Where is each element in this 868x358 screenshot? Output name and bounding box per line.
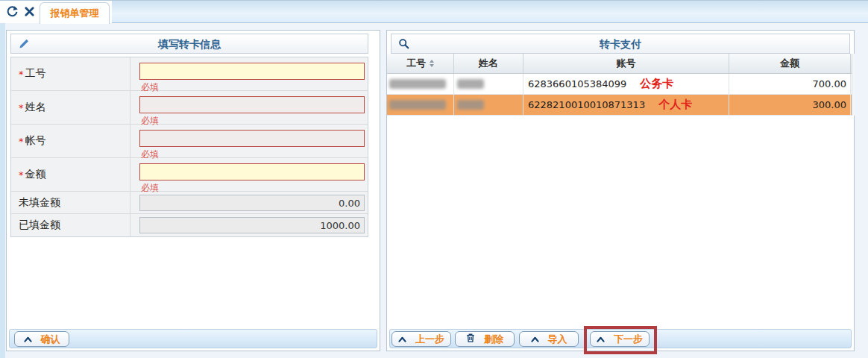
- field-label: * 帐号: [11, 125, 130, 157]
- account-number: 6228210010010871313: [528, 99, 645, 110]
- delete-button[interactable]: 删除: [455, 331, 515, 347]
- filled-amount-label: 已填金额: [11, 214, 130, 236]
- amount-input[interactable]: [139, 163, 365, 180]
- col-header-employee-id[interactable]: 工号: [387, 54, 454, 73]
- import-button[interactable]: 导入: [519, 331, 579, 347]
- import-label: 导入: [548, 333, 567, 346]
- tab-bar: 报销单管理: [0, 0, 868, 23]
- table-header-row: 工号 姓名 账号 金额: [387, 54, 852, 74]
- left-panel-title: 填写转卡信息: [11, 38, 368, 51]
- form-row-account: * 帐号 必填: [11, 125, 368, 158]
- sort-icon: [430, 60, 434, 67]
- col-header-label: 金额: [780, 57, 799, 70]
- prev-step-button[interactable]: 上一步: [391, 331, 451, 347]
- left-edge-strip: [0, 23, 5, 358]
- account-number: 6283660105384099: [528, 78, 626, 90]
- payment-row-official-card[interactable]: 6283660105384099 公务卡 700.00: [387, 74, 852, 95]
- left-toolbar: 确认: [9, 329, 377, 348]
- confirm-button[interactable]: 确认: [14, 331, 69, 347]
- unfilled-amount-field[interactable]: [139, 195, 365, 211]
- account-note-annotation: 公务卡: [640, 77, 673, 91]
- table-scrollbar[interactable]: [852, 54, 855, 116]
- payment-table: 工号 姓名 账号 金额 6283660105384099 公务卡: [387, 54, 852, 116]
- col-header-label: 姓名: [479, 57, 498, 70]
- refresh-icon: [6, 5, 19, 20]
- name-label: 姓名: [25, 101, 46, 114]
- card-payment-panel: 转卡支付 工号 姓名 账号 金额: [386, 30, 855, 351]
- required-mark: *: [19, 102, 24, 113]
- tab-expense-management[interactable]: 报销单管理: [40, 2, 110, 24]
- amount-label: 金额: [25, 168, 46, 181]
- redacted-employee-id: [389, 100, 446, 110]
- form-row-unfilled-amount: 未填金额: [11, 192, 368, 214]
- account-note-annotation: 个人卡: [658, 98, 692, 112]
- field-label: * 金额: [11, 158, 130, 191]
- account-input[interactable]: [139, 130, 365, 147]
- field-label: * 姓名: [11, 91, 130, 124]
- col-header-label: 账号: [617, 57, 636, 70]
- left-panel-titlebar: 填写转卡信息: [10, 34, 368, 54]
- redacted-name: [457, 79, 484, 89]
- filled-amount-field[interactable]: [139, 217, 365, 233]
- col-header-label: 工号: [406, 57, 426, 70]
- chevron-up-icon: [398, 333, 406, 345]
- required-mark: *: [19, 169, 24, 180]
- delete-label: 删除: [484, 333, 503, 346]
- col-header-name[interactable]: 姓名: [454, 54, 523, 73]
- name-input[interactable]: [139, 96, 365, 113]
- col-header-amount[interactable]: 金额: [729, 54, 851, 73]
- form-row-filled-amount: 已填金额: [11, 214, 368, 236]
- payment-row-personal-card[interactable]: 6228210010010871313 个人卡 300.00: [387, 95, 852, 116]
- confirm-button-label: 确认: [41, 333, 60, 346]
- tab-label: 报销单管理: [51, 7, 99, 20]
- chevron-up-icon: [24, 333, 32, 345]
- employee-id-label: 工号: [25, 67, 46, 81]
- close-button[interactable]: [22, 5, 37, 20]
- right-panel-titlebar: 转卡支付: [391, 34, 850, 54]
- trash-icon: [466, 333, 475, 345]
- annotation-highlight-box: [584, 326, 657, 354]
- field-label-text: 未填金额: [19, 196, 60, 210]
- field-label-text: 已填金额: [19, 219, 60, 232]
- account-label: 帐号: [25, 134, 46, 148]
- required-mark: *: [19, 136, 24, 147]
- employee-id-input[interactable]: [139, 63, 365, 80]
- unfilled-amount-label: 未填金额: [11, 192, 130, 213]
- col-header-account[interactable]: 账号: [523, 54, 729, 73]
- required-mark: *: [19, 69, 24, 80]
- amount-value: 700.00: [813, 78, 847, 90]
- field-label: * 工号: [11, 57, 130, 90]
- form-row-employee-id: * 工号 必填: [11, 57, 368, 91]
- amount-value: 300.00: [813, 99, 847, 110]
- prev-step-label: 上一步: [415, 333, 444, 346]
- expense-report-app: 报销单管理 填写转卡信息 * 工号 必填: [0, 0, 868, 358]
- redacted-name: [457, 100, 484, 110]
- close-icon: [24, 6, 35, 19]
- right-panel-title: 转卡支付: [391, 38, 849, 51]
- transfer-info-panel: 填写转卡信息 * 工号 必填 * 姓名 必填: [6, 30, 380, 351]
- form-row-amount: * 金额 必填: [11, 158, 368, 192]
- transfer-info-form: * 工号 必填 * 姓名 必填 *: [10, 57, 368, 237]
- form-row-name: * 姓名 必填: [11, 91, 368, 125]
- redacted-employee-id: [389, 79, 446, 89]
- chevron-up-icon: [531, 333, 539, 345]
- refresh-button[interactable]: [4, 5, 19, 20]
